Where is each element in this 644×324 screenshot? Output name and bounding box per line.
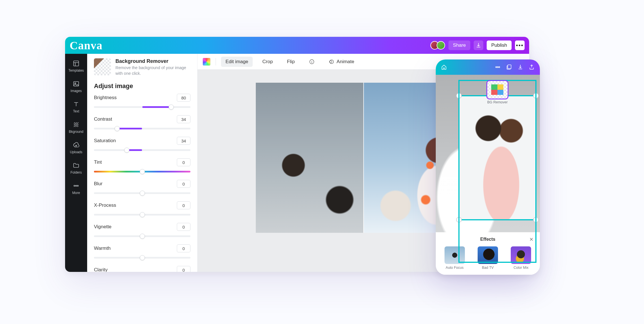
publish-button[interactable]: Publish bbox=[487, 40, 512, 50]
image-before bbox=[256, 83, 363, 233]
svg-rect-12 bbox=[508, 65, 511, 69]
effect-label: Auto Focus bbox=[446, 266, 463, 270]
bg-remover-subtitle: Remove the background of your image with… bbox=[115, 65, 190, 76]
crop-button[interactable]: Crop bbox=[258, 57, 277, 67]
slider-warmth: Warmth0 bbox=[94, 244, 190, 259]
slider-value[interactable]: 0 bbox=[177, 158, 190, 166]
slider-track[interactable] bbox=[94, 214, 190, 216]
rail-uploads[interactable]: Uploads bbox=[65, 138, 87, 158]
nav-rail: Templates Images Text Bkground Uploads F… bbox=[65, 54, 87, 272]
effects-panel: Effects BG RemoverAuto FocusBad TVColor … bbox=[436, 232, 540, 275]
slider-value[interactable]: 0 bbox=[177, 180, 190, 188]
rail-templates[interactable]: Templates bbox=[65, 56, 87, 76]
animate-icon bbox=[329, 59, 334, 65]
svg-point-9 bbox=[496, 67, 497, 68]
slider-track[interactable] bbox=[94, 128, 190, 129]
download-icon[interactable] bbox=[517, 64, 523, 70]
mobile-editor-window: Effects BG RemoverAuto FocusBad TVColor … bbox=[436, 59, 540, 275]
svg-rect-1 bbox=[74, 82, 79, 86]
folders-icon bbox=[73, 162, 80, 169]
slider-track[interactable] bbox=[94, 192, 190, 194]
rail-text[interactable]: Text bbox=[65, 97, 87, 117]
slider-saturation: Saturation34 bbox=[94, 137, 190, 151]
effect-thumb bbox=[487, 81, 508, 99]
rail-background[interactable]: Bkground bbox=[65, 117, 87, 138]
flip-button[interactable]: Flip bbox=[282, 57, 299, 67]
rail-images[interactable]: Images bbox=[65, 76, 87, 97]
slider-brightness: Brightness80 bbox=[94, 94, 190, 108]
svg-point-4 bbox=[76, 185, 77, 186]
slider-label: Blur bbox=[94, 181, 102, 187]
svg-point-10 bbox=[497, 67, 498, 68]
slider-knob[interactable] bbox=[140, 255, 145, 260]
effect-label: Bad TV bbox=[482, 266, 493, 270]
more-menu-button[interactable]: ••• bbox=[515, 40, 525, 50]
pages-icon[interactable] bbox=[506, 64, 512, 70]
slider-label: Contrast bbox=[94, 116, 112, 122]
slider-xprocess: X-Process0 bbox=[94, 201, 190, 216]
svg-point-2 bbox=[75, 83, 76, 84]
slider-contrast: Contrast34 bbox=[94, 115, 190, 129]
slider-value[interactable]: 0 bbox=[177, 266, 190, 272]
svg-point-3 bbox=[74, 185, 75, 186]
rail-folders[interactable]: Folders bbox=[65, 158, 87, 178]
avatar[interactable] bbox=[437, 41, 445, 50]
slider-label: Brightness bbox=[94, 95, 117, 101]
collaborator-avatars[interactable] bbox=[433, 41, 445, 50]
slider-label: Tint bbox=[94, 159, 102, 165]
info-button[interactable] bbox=[304, 57, 319, 67]
bg-remover-thumb bbox=[94, 58, 111, 75]
slider-track[interactable] bbox=[94, 106, 190, 108]
app-header: Canva Share Publish ••• bbox=[65, 37, 529, 54]
info-icon bbox=[309, 59, 315, 65]
more-icon[interactable] bbox=[495, 64, 501, 70]
download-button[interactable] bbox=[474, 40, 483, 50]
slider-value[interactable]: 34 bbox=[177, 137, 190, 145]
slider-label: X-Process bbox=[94, 202, 116, 208]
slider-knob[interactable] bbox=[140, 191, 145, 196]
slider-blur: Blur0 bbox=[94, 180, 190, 194]
effect-bgremover[interactable]: BG Remover bbox=[458, 80, 536, 263]
slider-tint: Tint0 bbox=[94, 158, 190, 172]
export-icon[interactable] bbox=[529, 64, 535, 70]
bg-remover-card[interactable]: Background Remover Remove the background… bbox=[94, 58, 190, 76]
panel-section-title: Adjust image bbox=[94, 82, 190, 90]
rail-more[interactable]: More bbox=[65, 178, 87, 199]
svg-point-5 bbox=[77, 185, 78, 186]
slider-track[interactable] bbox=[94, 171, 190, 172]
canva-logo: Canva bbox=[70, 39, 102, 52]
images-icon bbox=[73, 80, 80, 87]
slider-knob[interactable] bbox=[140, 169, 145, 174]
compare-divider[interactable] bbox=[363, 83, 364, 233]
slider-track[interactable] bbox=[94, 235, 190, 237]
slider-knob[interactable] bbox=[140, 212, 145, 217]
slider-knob[interactable] bbox=[115, 126, 120, 131]
slider-vignette: Vignette0 bbox=[94, 223, 190, 237]
slider-knob[interactable] bbox=[140, 234, 145, 239]
svg-rect-0 bbox=[74, 61, 79, 66]
background-icon bbox=[73, 121, 80, 128]
share-button[interactable]: Share bbox=[448, 40, 470, 50]
effect-label: Color Mix bbox=[514, 266, 529, 270]
slider-track[interactable] bbox=[94, 257, 190, 259]
svg-point-11 bbox=[499, 67, 500, 68]
slider-label: Warmth bbox=[94, 246, 111, 251]
adjust-panel: Background Remover Remove the background… bbox=[87, 54, 198, 272]
slider-value[interactable]: 34 bbox=[177, 115, 190, 123]
slider-value[interactable]: 0 bbox=[177, 244, 190, 252]
effect-label: BG Remover bbox=[487, 100, 508, 104]
home-icon[interactable] bbox=[441, 64, 447, 70]
slider-value[interactable]: 0 bbox=[177, 223, 190, 231]
toolbar-separator bbox=[216, 58, 216, 65]
svg-point-7 bbox=[330, 60, 333, 63]
slider-track[interactable] bbox=[94, 149, 190, 151]
animate-button[interactable]: Animate bbox=[324, 57, 359, 67]
edit-image-button[interactable]: Edit image bbox=[221, 57, 253, 67]
slider-label: Clarity bbox=[94, 267, 108, 272]
slider-value[interactable]: 0 bbox=[177, 201, 190, 209]
slider-knob[interactable] bbox=[124, 148, 129, 153]
slider-clarity: Clarity0 bbox=[94, 266, 190, 272]
color-swatch[interactable] bbox=[203, 58, 211, 66]
slider-knob[interactable] bbox=[169, 105, 174, 110]
slider-value[interactable]: 80 bbox=[177, 94, 190, 102]
